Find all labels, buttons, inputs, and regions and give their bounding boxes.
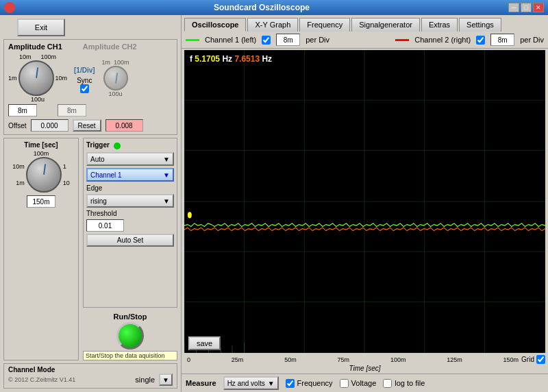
ch1-knob-container: 10m 100m 1m 10m 100u <box>8 53 67 103</box>
time-axis-75m: 75m <box>338 356 350 363</box>
run-stop-button[interactable] <box>116 322 144 350</box>
freq2-value: 7.6513 <box>234 54 260 64</box>
grid-label: Grid <box>521 356 534 363</box>
freq2-unit: Hz <box>262 54 272 64</box>
save-button[interactable]: save <box>188 336 221 350</box>
ch2-offset-input[interactable] <box>105 119 143 132</box>
ch2-amplitude-knob[interactable] <box>103 66 128 90</box>
ch1-amp-input[interactable] <box>8 104 37 117</box>
ch1-per-div-label: per Div <box>306 36 329 44</box>
main-container: Exit Amplitude CH1 Amplitude CH2 10m 100… <box>0 15 548 392</box>
time-axis-50m: 50m <box>284 356 297 363</box>
threshold-input[interactable] <box>86 219 124 232</box>
ch1-offset-input[interactable] <box>31 119 68 132</box>
ch2-amplitude-label: Amplitude CH2 <box>83 42 137 51</box>
edge-row: Edge <box>86 184 174 192</box>
time-axis-25m: 25m <box>232 356 244 363</box>
time-left-bot: 1m <box>16 180 25 186</box>
time-axis-125m: 125m <box>447 356 462 363</box>
time-axis-150m: 150m <box>503 356 519 363</box>
ch2-color-indicator <box>395 39 409 41</box>
time-axis-100m: 100m <box>390 356 406 363</box>
channel-mode-value: single <box>135 376 155 384</box>
channel-mode-dropdown[interactable]: ▼ <box>159 373 173 386</box>
ch2-knob-top-right: 100m <box>114 59 129 66</box>
tab-settings[interactable]: Settings <box>459 18 501 32</box>
tab-xy-graph[interactable]: X-Y Graph <box>247 18 298 32</box>
measure-dropdown[interactable]: Hz and volts ▼ <box>223 376 279 390</box>
grid-checkbox[interactable] <box>536 355 545 364</box>
freq1-unit: Hz <box>222 54 232 64</box>
ch2-per-div-label: per Div <box>520 36 544 44</box>
time-right-bot: 10 <box>63 180 70 186</box>
time-left-mid: 10m <box>12 163 25 170</box>
trigger-indicator <box>114 143 121 149</box>
time-axis-0: 0 <box>187 356 190 363</box>
channel-mode-inner: © 2012 C.Zeitmitz V1.41 single ▼ <box>8 373 173 386</box>
bottom-left-section: Time [sec] 100m 10m 1m 1 10 <box>3 138 177 360</box>
sync-label: Sync <box>77 77 92 84</box>
voltage-check-group: Voltage <box>340 379 377 388</box>
tab-oscilloscope[interactable]: Oscilloscope <box>184 18 246 32</box>
offset-row: Offset Reset <box>8 119 173 132</box>
ch1-waveform <box>184 223 545 227</box>
freq-f-label: f <box>190 54 192 64</box>
run-stop-section: Run/Stop Start/Stop the data aquisition <box>83 313 177 360</box>
auto-set-button[interactable]: Auto Set <box>86 234 174 247</box>
ch1-amplitude-knob[interactable] <box>18 60 54 96</box>
time-right-mid: 1 <box>63 163 66 170</box>
frequency-checkbox[interactable] <box>286 379 295 388</box>
ch1-per-div-input[interactable] <box>276 34 300 46</box>
ch1-color-indicator <box>186 39 199 41</box>
copyright-label: © 2012 C.Zeitmitz V1.41 <box>8 376 75 383</box>
measure-bar: Measure Hz and volts ▼ Frequency Voltage… <box>182 373 548 392</box>
ch1-knob-top-left: 10m <box>19 53 32 60</box>
amplitude-section: Amplitude CH1 Amplitude CH2 10m 100m 1m … <box>3 39 177 135</box>
time-knob[interactable] <box>26 157 62 193</box>
time-axis-row: 0 25m 50m 75m 100m 125m 150m Grid <box>182 354 548 365</box>
tab-frequency[interactable]: Frequency <box>299 18 350 32</box>
grid-check-row: Grid <box>521 355 545 364</box>
channel-bar: Channel 1 (left) per Div Channel 2 (righ… <box>182 32 548 49</box>
ch2-amp-input[interactable] <box>58 104 86 117</box>
ch1-amplitude-label: Amplitude CH1 <box>8 42 62 51</box>
time-section: Time [sec] 100m 10m 1m 1 10 <box>3 138 79 360</box>
minimize-button[interactable]: ─ <box>508 3 519 12</box>
maximize-button[interactable]: □ <box>521 3 532 12</box>
time-section-title: Time [sec] <box>24 141 58 149</box>
run-stop-tooltip: Start/Stop the data aquisition <box>83 351 177 360</box>
threshold-label: Threshold <box>86 210 174 217</box>
reset-button[interactable]: Reset <box>73 119 101 132</box>
voltage-checkbox[interactable] <box>340 379 349 388</box>
run-stop-label: Run/Stop <box>83 313 177 321</box>
div-label: [1/Div] <box>74 66 95 74</box>
scope-screen: f 5.1705 Hz 7.6513 Hz <box>184 50 545 353</box>
edge-value-button[interactable]: rising ▼ <box>86 194 174 208</box>
sync-checkbox[interactable] <box>80 84 89 93</box>
time-axis-label: Time [sec] <box>182 365 548 373</box>
ch2-waveform <box>184 228 545 231</box>
ch2-per-div-input[interactable] <box>490 34 514 46</box>
measure-label: Measure <box>186 379 216 387</box>
edge-label: Edge <box>86 184 102 192</box>
freq-display: f 5.1705 Hz 7.6513 Hz <box>190 54 272 64</box>
ch2-label: Channel 2 (right) <box>414 36 471 44</box>
ch1-knob-top-right: 100m <box>41 53 57 60</box>
log-check-group: log to file <box>383 379 425 388</box>
ch1-visible-checkbox[interactable] <box>262 36 271 45</box>
tab-extras[interactable]: Extras <box>421 18 458 32</box>
log-checkbox[interactable] <box>383 379 392 388</box>
tab-signalgenerator[interactable]: Signalgenerator <box>351 18 420 32</box>
trigger-channel-button[interactable]: Channel 1 ▼ <box>86 168 174 182</box>
close-button[interactable]: ✕ <box>533 3 544 12</box>
ch1-label: Channel 1 (left) <box>205 36 256 44</box>
window-title: Soundcard Oszilloscope <box>15 3 508 12</box>
exit-button[interactable]: Exit <box>17 19 65 36</box>
knob-row: 10m 100m 1m 10m 100u [1/Div] Sync <box>8 53 173 103</box>
left-panel: Exit Amplitude CH1 Amplitude CH2 10m 100… <box>0 15 182 392</box>
ch2-knob-container: 1m 100m 100u <box>102 59 129 97</box>
trigger-auto-button[interactable]: Auto ▼ <box>86 152 174 166</box>
time-input[interactable] <box>27 195 55 208</box>
ch2-visible-checkbox[interactable] <box>476 36 485 45</box>
title-bar: Soundcard Oszilloscope ─ □ ✕ <box>0 0 548 15</box>
